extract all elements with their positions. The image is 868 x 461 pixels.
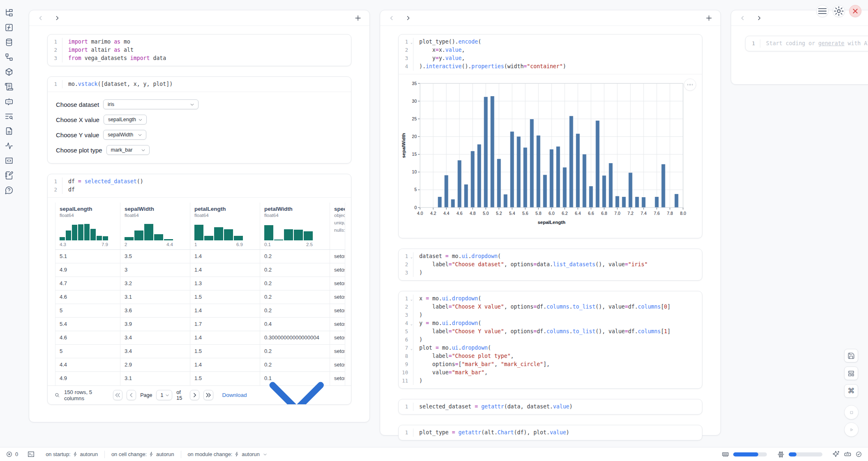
code-editor[interactable]: 1import marimo as mo2import altair as al… (48, 35, 351, 66)
layout-toggle-button[interactable] (844, 366, 858, 380)
code-editor[interactable]: 1plot_type = getattr(alt.Chart(df), plot… (399, 425, 702, 440)
svg-text:25: 25 (412, 116, 417, 121)
cell-dataframe[interactable]: 1df = selected_dataset()2df sepalLengthf… (47, 174, 351, 405)
history-back-button[interactable] (37, 14, 45, 22)
chevron-down-icon (263, 452, 268, 457)
history-back-button[interactable] (739, 14, 747, 22)
dropdown-select[interactable]: mark_bar (106, 145, 150, 155)
add-cell-button[interactable] (354, 14, 362, 22)
chevron-down-icon (165, 393, 170, 398)
dropdown-select[interactable]: sepalWidth (103, 130, 146, 140)
dropdown-select[interactable]: sepalLength (104, 115, 147, 124)
chart-more-options-button[interactable] (684, 78, 696, 91)
code-editor-placeholder[interactable]: 1Start coding or generate with AI (746, 36, 868, 51)
sidebar-help-bubble-button[interactable] (5, 186, 14, 195)
settings-button[interactable] (833, 5, 845, 17)
column-header[interactable]: sepalLengthfloat644.37.9 (55, 203, 120, 250)
column-header[interactable]: petalWidthfloat640.12.5 (260, 203, 330, 250)
sidebar-database-button[interactable] (5, 38, 14, 47)
table-row: 5.43.91.70.4setosa (55, 318, 345, 331)
function-square-icon (5, 23, 14, 32)
column-histogram (264, 221, 313, 240)
column-histogram (194, 221, 243, 240)
code-editor[interactable]: 1⌄plot_type().encode(2 x=x.value,3 y=y.v… (399, 35, 702, 74)
errors-icon[interactable] (6, 451, 13, 458)
cpu-icon (777, 451, 785, 458)
sidebar-workflow-button[interactable] (5, 53, 14, 62)
svg-text:4.4: 4.4 (443, 211, 450, 216)
runtime-config-item[interactable]: on cell change:autorun (111, 451, 174, 457)
sidebar-scroll-text-button[interactable] (5, 82, 14, 91)
text-search-icon (5, 112, 14, 121)
column-header[interactable]: sepalWidthfloat6424.4 (120, 203, 190, 250)
svg-text:6.6: 6.6 (588, 211, 594, 216)
column-header[interactable]: petalLengthfloat6416.9 (190, 203, 260, 250)
sidebar-activity-button[interactable] (5, 141, 14, 150)
code-editor[interactable]: 1⌄x = mo.ui.dropdown(2 label="Choose X v… (399, 291, 702, 388)
code-editor[interactable]: 1⌄dataset = mo.ui.dropdown(2 label="Choo… (399, 249, 702, 280)
history-back-button[interactable] (388, 14, 396, 22)
cell-xy-plot-dropdowns[interactable]: 1⌄x = mo.ui.dropdown(2 label="Choose X v… (398, 291, 702, 389)
sidebar-bot-message-button[interactable] (5, 97, 14, 106)
terminal-icon[interactable] (27, 450, 35, 458)
sidebar-function-square-button[interactable] (5, 23, 14, 32)
cell-dataset-dropdown[interactable]: 1⌄dataset = mo.ui.dropdown(2 label="Choo… (398, 249, 702, 281)
svg-text:6.8: 6.8 (601, 211, 607, 216)
history-forward-button[interactable] (755, 14, 763, 22)
panel-left: 1import marimo as mo2import altair as al… (29, 10, 370, 422)
sidebar-notebook-pen-button[interactable] (5, 171, 14, 180)
menu-button[interactable] (816, 5, 829, 17)
column-header[interactable]: speciesobjectunique:nulls: (330, 203, 345, 250)
runtime-config-item[interactable]: on module change:autorun (188, 451, 268, 457)
last-page-button[interactable] (203, 390, 213, 400)
download-button[interactable]: Download (222, 347, 344, 405)
page-select[interactable]: 1 (156, 390, 172, 400)
save-button[interactable] (844, 349, 858, 362)
cell-empty[interactable]: 1Start coding or generate with AI (745, 36, 868, 51)
robot-icon[interactable] (844, 450, 852, 458)
cell-imports[interactable]: 1import marimo as mo2import altair as al… (47, 34, 351, 66)
run-button[interactable] (844, 422, 859, 437)
first-page-button[interactable] (113, 390, 122, 400)
svg-text:0: 0 (414, 205, 417, 210)
history-forward-button[interactable] (404, 14, 412, 22)
resource-indicators (721, 450, 862, 458)
sidebar-file-tree-button[interactable] (5, 8, 14, 17)
stop-button[interactable] (844, 405, 859, 420)
connection-status-icon[interactable] (855, 451, 862, 458)
chevron-left-icon (127, 391, 136, 399)
ai-sparkles-icon[interactable] (832, 450, 840, 458)
sidebar-text-search-button[interactable] (5, 112, 14, 121)
runtime-config-item[interactable]: on startup:autorun (46, 451, 98, 457)
ram-icon (721, 451, 729, 458)
close-button[interactable] (849, 5, 861, 17)
sidebar-code-block-button[interactable] (5, 156, 14, 165)
sidebar-file-document-button[interactable] (5, 127, 14, 136)
chevron-down-icon (141, 148, 146, 153)
code-editor[interactable]: 1selected_dataset = getattr(data, datase… (399, 399, 702, 414)
sidebar-package-button[interactable] (5, 67, 14, 76)
code-editor[interactable]: 1df = selected_dataset()2df (48, 174, 351, 197)
dropdown-row: Choose datasetiris (56, 99, 342, 109)
search-icon[interactable] (54, 392, 60, 399)
svg-text:30: 30 (412, 99, 417, 104)
history-forward-button[interactable] (53, 14, 61, 22)
dropdown-select[interactable]: iris (103, 99, 199, 109)
chevrons-left-icon (113, 391, 122, 399)
table-row: 4.63.11.50.2setosa (55, 290, 345, 304)
save-icon (847, 352, 855, 360)
code-editor[interactable]: 1mo.vstack([dataset, x, y, plot]) (48, 77, 351, 92)
prev-page-button[interactable] (127, 390, 136, 400)
cell-plot-type[interactable]: 1plot_type = getattr(alt.Chart(df), plot… (398, 425, 702, 440)
svg-text:5.2: 5.2 (496, 211, 502, 216)
cell-selected-dataset[interactable]: 1selected_dataset = getattr(data, datase… (398, 399, 702, 415)
panel-header (380, 10, 720, 26)
cell-output: 051015202530354.04.24.44.64.85.05.25.45.… (399, 74, 702, 238)
add-cell-button[interactable] (705, 14, 713, 22)
bar-chart[interactable]: 051015202530354.04.24.44.64.85.05.25.45.… (399, 79, 702, 234)
cell-vstack[interactable]: 1mo.vstack([dataset, x, y, plot]) Choose… (47, 76, 351, 164)
next-page-button[interactable] (190, 390, 199, 400)
cell-plot[interactable]: 1⌄plot_type().encode(2 x=x.value,3 y=y.v… (398, 34, 702, 238)
keyboard-shortcuts-button[interactable]: ⌘ (844, 384, 858, 398)
chevron-down-icon (137, 132, 143, 138)
